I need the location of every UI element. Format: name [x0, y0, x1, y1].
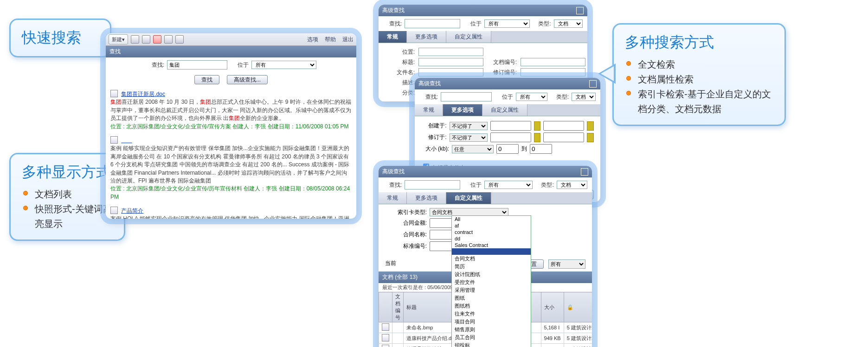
tab-more[interactable]: 更多选项 — [407, 192, 446, 204]
created-from-input[interactable] — [490, 121, 531, 131]
exit-link[interactable]: 退出 — [342, 36, 354, 44]
tab-more[interactable]: 更多选项 — [443, 104, 482, 116]
loc-select[interactable]: 所有 — [484, 181, 533, 189]
loc-select[interactable]: 所有 — [516, 93, 547, 101]
dropdown-option[interactable]: 设计院图纸 — [452, 271, 531, 278]
result-snippet: 案例 HOLA 能够实现企业知识资产的有效管理 保华集团 加快...企业实施能力… — [110, 215, 349, 219]
options-link[interactable]: 选项 — [307, 36, 318, 44]
revno-input[interactable] — [521, 68, 585, 76]
dialog-title: 高级查找 — [382, 6, 405, 14]
dropdown-option[interactable]: 销售原则 — [452, 326, 531, 334]
cardtype-dropdown-list[interactable]: All af contract dd Sales Contract 合同文档 简… — [451, 215, 531, 347]
loc-select[interactable]: 所有 — [484, 19, 530, 28]
close-icon[interactable] — [576, 7, 584, 14]
dropdown-option-selected[interactable] — [452, 248, 531, 255]
result-title-link[interactable]: 产品简介 — [121, 208, 143, 214]
tab-more[interactable]: 更多选项 — [407, 31, 446, 43]
dropdown-option[interactable]: All — [452, 216, 531, 222]
advanced-find-button[interactable]: 高级查找... — [227, 75, 268, 84]
type-select[interactable]: 文档 — [557, 181, 587, 189]
col-lock[interactable]: 🔒 — [564, 292, 592, 322]
result-title-link[interactable] — [121, 137, 132, 144]
page-icon[interactable] — [175, 35, 184, 44]
col-size[interactable]: 大小 — [541, 292, 564, 322]
modified-from-input[interactable] — [490, 132, 531, 142]
dropdown-option[interactable]: 图纸 — [452, 294, 531, 302]
help-link[interactable]: 帮助 — [325, 36, 336, 44]
result-meta: 位置 : 北京国际集团/企业文化/企业宣传/历年宣传材料 创建人：李强 创建日期… — [110, 185, 350, 200]
modified-select[interactable]: 不记得了 — [450, 133, 488, 142]
size-from-input[interactable] — [496, 144, 519, 154]
find-input[interactable] — [441, 92, 492, 101]
dropdown-option[interactable]: 员工合同 — [452, 334, 531, 341]
tab-custom[interactable]: 自定义属性 — [482, 104, 527, 116]
type-label: 类型: — [535, 181, 554, 189]
type-label: 类型: — [533, 20, 551, 28]
position-input[interactable] — [418, 48, 483, 56]
cell-size: 5,168 I — [541, 322, 564, 333]
col-title[interactable]: 标题 — [404, 292, 455, 322]
size-to-input[interactable] — [530, 144, 552, 154]
calendar-icon[interactable] — [534, 121, 541, 131]
col-docno[interactable]: 文档编号 — [392, 292, 404, 322]
filter-select[interactable]: 所有 — [548, 259, 585, 269]
dropdown-option[interactable]: af — [452, 222, 531, 229]
dropdown-option[interactable]: 简历 — [452, 263, 531, 271]
dropdown-option[interactable]: 图纸档 — [452, 302, 531, 310]
modified-to-input[interactable] — [543, 132, 584, 142]
dropdown-option[interactable]: 合同文档 — [452, 255, 531, 263]
cell-wa: 5 建筑设计环 — [564, 344, 592, 347]
screenshot-adv-custom: 高级查找 查找: 位于 所有 类型: 文档 常规 更多选项 自定义属性 索引卡类… — [379, 166, 592, 347]
dropdown-option[interactable]: dd — [452, 235, 531, 242]
refresh-icon[interactable] — [131, 35, 139, 44]
adv-tabs: 常规 更多选项 自定义属性 — [379, 31, 587, 43]
custom-form: 索引卡类型: 合同文档 合同金额: 合同名称: 标准编号: All af con… — [379, 204, 592, 257]
dropdown-option[interactable]: 项目合同 — [452, 318, 531, 326]
created-select[interactable]: 不记得了 — [450, 122, 488, 130]
dropdown-option[interactable]: 招投标 — [452, 341, 531, 347]
dropdown-option[interactable]: 受控文件 — [452, 278, 531, 286]
new-button[interactable]: 新建 ▾ — [109, 34, 128, 44]
dropdown-option[interactable]: contract — [452, 229, 531, 235]
find-input[interactable] — [405, 19, 460, 28]
folder-icon[interactable] — [164, 35, 173, 44]
tab-custom[interactable]: 自定义属性 — [446, 192, 491, 204]
amount-label: 合同金额: — [385, 219, 427, 227]
tab-general[interactable]: 常规 — [379, 31, 407, 43]
docno-input[interactable] — [521, 58, 585, 66]
title-label: 标题: — [385, 58, 415, 66]
created-to-input[interactable] — [543, 121, 584, 131]
loc-select[interactable]: 所有 — [251, 61, 316, 69]
calendar-icon[interactable] — [587, 133, 594, 142]
type-select[interactable]: 文档 — [572, 93, 596, 101]
tab-custom[interactable]: 自定义属性 — [446, 31, 491, 43]
callout-tail — [598, 63, 616, 84]
find-button[interactable]: 查找 — [194, 75, 219, 84]
calendar-icon[interactable] — [587, 121, 594, 131]
close-icon[interactable] — [581, 168, 588, 176]
result-item: 案例 能够实现企业知识资产的有效管理 保华集团 加快...企业实施能力 国际金融… — [110, 136, 352, 201]
type-select[interactable]: 文档 — [554, 19, 583, 28]
revno-label: 修订编号: — [487, 69, 517, 76]
find-input[interactable] — [405, 180, 460, 189]
title-input[interactable] — [418, 58, 483, 66]
result-title-link[interactable]: 集团喜迁新居.doc — [121, 91, 165, 97]
callout-title: 多种搜索方式 — [625, 33, 773, 52]
dropdown-option[interactable]: 往来文件 — [452, 310, 531, 318]
find-input[interactable] — [167, 60, 227, 69]
close-icon[interactable] — [589, 80, 597, 88]
more-form: 创建于: 不记得了 修订于: 不记得了 大小 (kb): 任意 到 — [415, 116, 600, 160]
cell-title: 未命名.bmp — [404, 322, 455, 333]
delete-icon[interactable] — [153, 35, 161, 44]
tab-general[interactable]: 常规 — [415, 104, 443, 116]
find-label: 查找: — [146, 61, 164, 69]
calendar-icon[interactable] — [534, 133, 541, 142]
col-icon[interactable] — [379, 292, 392, 322]
search-icon[interactable] — [142, 35, 150, 44]
tab-general[interactable]: 常规 — [379, 192, 407, 204]
size-select[interactable]: 任意 — [452, 145, 494, 153]
loc-label: 位于 — [463, 20, 482, 28]
file-input[interactable] — [418, 68, 483, 76]
dropdown-option[interactable]: 采用管理 — [452, 286, 531, 294]
dropdown-option[interactable]: Sales Contract — [452, 242, 531, 248]
